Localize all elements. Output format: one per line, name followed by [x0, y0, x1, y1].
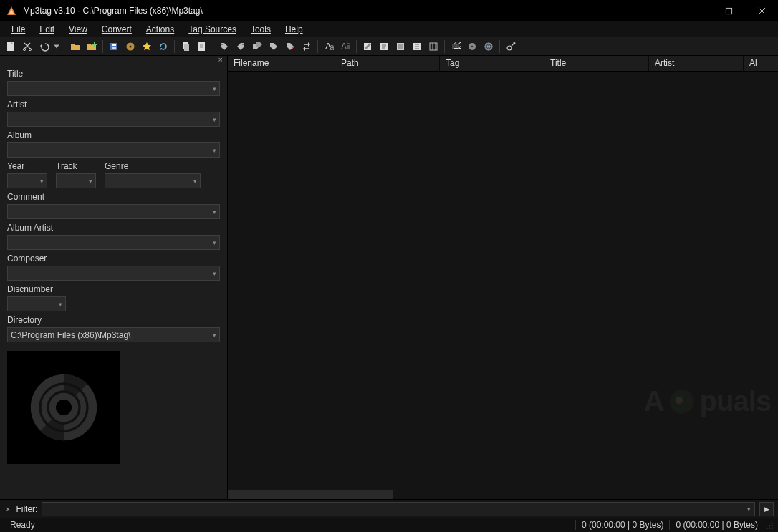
menubar: File Edit View Convert Actions Tag Sourc…: [0, 21, 778, 37]
playlist-icon[interactable]: [393, 39, 408, 54]
menu-help[interactable]: Help: [278, 23, 310, 36]
title-label: Title: [7, 69, 220, 79]
status-count-total: 0 (00:00:00 | 0 Bytes): [575, 520, 670, 530]
column-artist[interactable]: Artist: [649, 56, 744, 71]
chevron-down-icon: ▾: [213, 116, 216, 123]
year-field[interactable]: ▾: [7, 173, 47, 188]
tag-paste-icon[interactable]: [266, 39, 282, 54]
toolbar-separator: [444, 40, 445, 53]
menu-actions[interactable]: Actions: [139, 23, 181, 36]
discnumber-field[interactable]: ▾: [7, 296, 66, 311]
save-icon[interactable]: [106, 39, 122, 54]
track-label: Track: [56, 161, 96, 171]
albumartist-label: Album Artist: [7, 223, 220, 233]
chevron-down-icon: ▾: [213, 270, 216, 277]
disc-icon[interactable]: [123, 39, 138, 54]
svg-point-40: [769, 525, 770, 526]
toolbar-separator: [64, 40, 64, 53]
svg-text:a: a: [330, 42, 334, 52]
albumartist-field[interactable]: ▾: [7, 235, 220, 250]
filename-to-tag-icon[interactable]: [233, 39, 249, 54]
web-source-icon[interactable]: [481, 39, 496, 54]
svg-point-38: [767, 528, 768, 529]
autonumber-icon[interactable]: 12: [448, 39, 464, 54]
star-icon[interactable]: [139, 39, 155, 54]
svg-point-30: [56, 400, 72, 415]
tag-swap-icon[interactable]: [299, 39, 314, 54]
panel-close-icon[interactable]: ×: [0, 56, 227, 64]
comment-label: Comment: [7, 192, 220, 202]
tag-panel: × Title ▾ Artist ▾ Album ▾ Year ▾ Track …: [0, 56, 228, 499]
svg-point-39: [772, 525, 773, 526]
chevron-down-icon: ▾: [193, 178, 197, 185]
svg-rect-5: [112, 44, 116, 46]
horizontal-scrollbar[interactable]: [228, 490, 393, 499]
maximize-button[interactable]: [712, 0, 745, 21]
close-button[interactable]: [745, 0, 778, 21]
column-path[interactable]: Path: [335, 56, 440, 71]
tag-copy-icon[interactable]: [249, 39, 265, 54]
undo-icon[interactable]: [36, 39, 52, 54]
columns-icon[interactable]: [426, 39, 441, 54]
playlist-new-icon[interactable]: [376, 39, 392, 54]
toolbar-separator: [213, 40, 213, 53]
rename-icon[interactable]: [360, 39, 375, 54]
menu-tag-sources[interactable]: Tag Sources: [181, 23, 244, 36]
new-file-icon[interactable]: [3, 39, 19, 54]
filter-close-icon[interactable]: ×: [4, 505, 11, 513]
menu-tools[interactable]: Tools: [244, 23, 278, 36]
minimize-button[interactable]: [679, 0, 712, 21]
toolbar-separator: [317, 40, 318, 53]
composer-field[interactable]: ▾: [7, 266, 220, 281]
toolbar-separator: [102, 40, 103, 53]
undo-dropdown-icon[interactable]: [52, 39, 61, 54]
filter-bar: × Filter: ▾ ▶: [0, 499, 778, 518]
album-field[interactable]: ▾: [7, 142, 220, 158]
cut-icon[interactable]: [19, 39, 35, 54]
add-folder-icon[interactable]: [84, 39, 100, 54]
menu-file[interactable]: File: [4, 23, 32, 36]
copy-icon[interactable]: [178, 39, 193, 54]
track-field[interactable]: ▾: [56, 173, 96, 188]
actions-quick-icon[interactable]: A: [337, 39, 353, 54]
column-album[interactable]: Al: [744, 56, 778, 71]
filter-go-button[interactable]: ▶: [759, 502, 774, 516]
svg-point-28: [507, 46, 512, 50]
menu-view[interactable]: View: [62, 23, 95, 36]
column-title[interactable]: Title: [544, 56, 649, 71]
album-art-placeholder[interactable]: [7, 351, 120, 464]
main-area: × Title ▾ Artist ▾ Album ▾ Year ▾ Track …: [0, 56, 778, 499]
svg-text:12: 12: [453, 42, 461, 51]
open-folder-icon[interactable]: [67, 39, 83, 54]
menu-convert[interactable]: Convert: [95, 23, 139, 36]
filter-input[interactable]: ▾: [42, 502, 755, 516]
menu-edit[interactable]: Edit: [32, 23, 62, 36]
chevron-down-icon: ▾: [40, 178, 44, 185]
chevron-down-icon: ▾: [59, 301, 62, 308]
svg-text:A: A: [341, 42, 347, 52]
settings-icon[interactable]: [503, 39, 519, 54]
column-filename[interactable]: Filename: [228, 56, 335, 71]
tag-remove-icon[interactable]: [282, 39, 298, 54]
toolbar-separator: [174, 40, 175, 53]
actions-icon[interactable]: Aa: [321, 39, 337, 54]
svg-point-41: [772, 523, 773, 524]
genre-field[interactable]: ▾: [105, 173, 201, 188]
chevron-down-icon: ▾: [213, 208, 216, 216]
directory-field[interactable]: C:\Program Files (x86)\Mp3tag\▾: [7, 327, 220, 342]
title-field[interactable]: ▾: [7, 81, 220, 96]
chevron-down-icon: ▾: [747, 506, 751, 513]
comment-field[interactable]: ▾: [7, 204, 220, 219]
tag-to-filename-icon[interactable]: [216, 39, 232, 54]
resize-grip-icon[interactable]: [764, 520, 774, 530]
refresh-icon[interactable]: [155, 39, 171, 54]
artist-field[interactable]: ▾: [7, 112, 220, 127]
export-icon[interactable]: [409, 39, 425, 54]
cd-lookup-icon[interactable]: [464, 39, 480, 54]
svg-point-37: [769, 528, 770, 529]
svg-point-36: [772, 528, 773, 529]
column-tag[interactable]: Tag: [440, 56, 544, 71]
paste-icon[interactable]: [194, 39, 210, 54]
disc-placeholder-icon: [24, 368, 103, 447]
file-list-body[interactable]: [228, 72, 778, 499]
